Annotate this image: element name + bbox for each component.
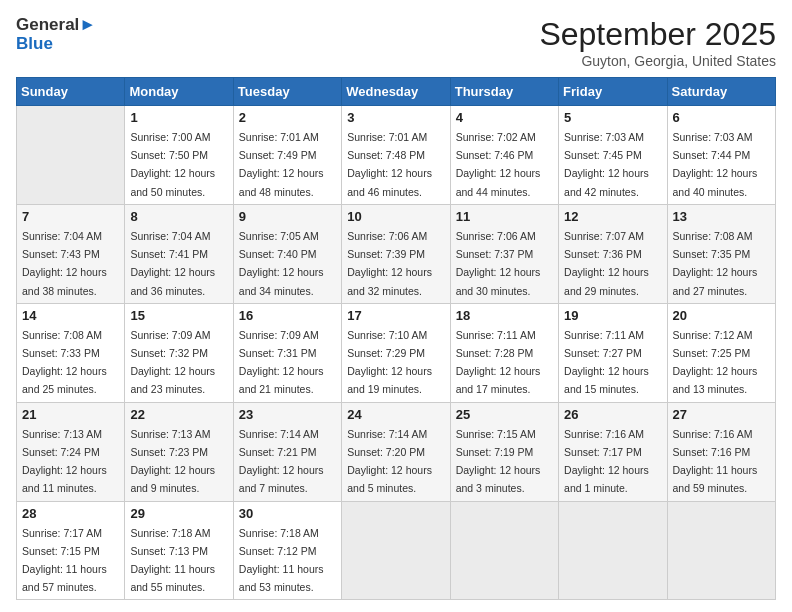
day-number: 2 [239, 110, 336, 125]
logo-general: General► [16, 16, 96, 35]
day-info: Sunrise: 7:16 AM Sunset: 7:17 PM Dayligh… [564, 428, 649, 495]
day-number: 7 [22, 209, 119, 224]
day-info: Sunrise: 7:06 AM Sunset: 7:39 PM Dayligh… [347, 230, 432, 297]
calendar-cell: 19 Sunrise: 7:11 AM Sunset: 7:27 PM Dayl… [559, 303, 667, 402]
calendar-header-sunday: Sunday [17, 78, 125, 106]
day-info: Sunrise: 7:00 AM Sunset: 7:50 PM Dayligh… [130, 131, 215, 198]
calendar-cell [559, 501, 667, 600]
logo-blue: Blue [16, 35, 96, 54]
calendar-cell: 15 Sunrise: 7:09 AM Sunset: 7:32 PM Dayl… [125, 303, 233, 402]
calendar-cell [450, 501, 558, 600]
calendar-cell: 2 Sunrise: 7:01 AM Sunset: 7:49 PM Dayli… [233, 106, 341, 205]
day-info: Sunrise: 7:06 AM Sunset: 7:37 PM Dayligh… [456, 230, 541, 297]
calendar-cell: 23 Sunrise: 7:14 AM Sunset: 7:21 PM Dayl… [233, 402, 341, 501]
calendar-table: SundayMondayTuesdayWednesdayThursdayFrid… [16, 77, 776, 600]
calendar-cell: 13 Sunrise: 7:08 AM Sunset: 7:35 PM Dayl… [667, 204, 775, 303]
day-number: 25 [456, 407, 553, 422]
calendar-week-4: 21 Sunrise: 7:13 AM Sunset: 7:24 PM Dayl… [17, 402, 776, 501]
calendar-cell: 16 Sunrise: 7:09 AM Sunset: 7:31 PM Dayl… [233, 303, 341, 402]
page-header: General► Blue September 2025 Guyton, Geo… [16, 16, 776, 69]
day-number: 13 [673, 209, 770, 224]
day-info: Sunrise: 7:09 AM Sunset: 7:32 PM Dayligh… [130, 329, 215, 396]
day-number: 10 [347, 209, 444, 224]
day-info: Sunrise: 7:18 AM Sunset: 7:13 PM Dayligh… [130, 527, 215, 594]
day-number: 23 [239, 407, 336, 422]
logo: General► Blue [16, 16, 96, 53]
calendar-cell: 6 Sunrise: 7:03 AM Sunset: 7:44 PM Dayli… [667, 106, 775, 205]
calendar-cell: 25 Sunrise: 7:15 AM Sunset: 7:19 PM Dayl… [450, 402, 558, 501]
day-number: 9 [239, 209, 336, 224]
calendar-header-thursday: Thursday [450, 78, 558, 106]
calendar-cell [342, 501, 450, 600]
day-info: Sunrise: 7:16 AM Sunset: 7:16 PM Dayligh… [673, 428, 758, 495]
calendar-cell: 20 Sunrise: 7:12 AM Sunset: 7:25 PM Dayl… [667, 303, 775, 402]
calendar-cell: 30 Sunrise: 7:18 AM Sunset: 7:12 PM Dayl… [233, 501, 341, 600]
calendar-cell [667, 501, 775, 600]
day-number: 8 [130, 209, 227, 224]
day-number: 19 [564, 308, 661, 323]
day-number: 1 [130, 110, 227, 125]
day-number: 20 [673, 308, 770, 323]
calendar-cell: 29 Sunrise: 7:18 AM Sunset: 7:13 PM Dayl… [125, 501, 233, 600]
month-title: September 2025 [539, 16, 776, 53]
day-info: Sunrise: 7:12 AM Sunset: 7:25 PM Dayligh… [673, 329, 758, 396]
day-number: 24 [347, 407, 444, 422]
day-info: Sunrise: 7:08 AM Sunset: 7:35 PM Dayligh… [673, 230, 758, 297]
day-number: 5 [564, 110, 661, 125]
day-info: Sunrise: 7:09 AM Sunset: 7:31 PM Dayligh… [239, 329, 324, 396]
day-info: Sunrise: 7:07 AM Sunset: 7:36 PM Dayligh… [564, 230, 649, 297]
calendar-cell: 12 Sunrise: 7:07 AM Sunset: 7:36 PM Dayl… [559, 204, 667, 303]
day-info: Sunrise: 7:01 AM Sunset: 7:48 PM Dayligh… [347, 131, 432, 198]
calendar-cell: 8 Sunrise: 7:04 AM Sunset: 7:41 PM Dayli… [125, 204, 233, 303]
calendar-cell: 18 Sunrise: 7:11 AM Sunset: 7:28 PM Dayl… [450, 303, 558, 402]
day-info: Sunrise: 7:18 AM Sunset: 7:12 PM Dayligh… [239, 527, 324, 594]
day-info: Sunrise: 7:14 AM Sunset: 7:21 PM Dayligh… [239, 428, 324, 495]
calendar-header-monday: Monday [125, 78, 233, 106]
day-info: Sunrise: 7:02 AM Sunset: 7:46 PM Dayligh… [456, 131, 541, 198]
location-subtitle: Guyton, Georgia, United States [539, 53, 776, 69]
day-info: Sunrise: 7:03 AM Sunset: 7:44 PM Dayligh… [673, 131, 758, 198]
day-number: 3 [347, 110, 444, 125]
day-info: Sunrise: 7:14 AM Sunset: 7:20 PM Dayligh… [347, 428, 432, 495]
day-info: Sunrise: 7:04 AM Sunset: 7:41 PM Dayligh… [130, 230, 215, 297]
day-number: 11 [456, 209, 553, 224]
calendar-cell: 21 Sunrise: 7:13 AM Sunset: 7:24 PM Dayl… [17, 402, 125, 501]
day-number: 18 [456, 308, 553, 323]
day-number: 28 [22, 506, 119, 521]
calendar-cell: 1 Sunrise: 7:00 AM Sunset: 7:50 PM Dayli… [125, 106, 233, 205]
calendar-header-row: SundayMondayTuesdayWednesdayThursdayFrid… [17, 78, 776, 106]
day-number: 26 [564, 407, 661, 422]
day-number: 14 [22, 308, 119, 323]
calendar-cell [17, 106, 125, 205]
day-number: 4 [456, 110, 553, 125]
calendar-cell: 14 Sunrise: 7:08 AM Sunset: 7:33 PM Dayl… [17, 303, 125, 402]
day-number: 15 [130, 308, 227, 323]
day-info: Sunrise: 7:03 AM Sunset: 7:45 PM Dayligh… [564, 131, 649, 198]
calendar-cell: 27 Sunrise: 7:16 AM Sunset: 7:16 PM Dayl… [667, 402, 775, 501]
calendar-header-wednesday: Wednesday [342, 78, 450, 106]
calendar-cell: 17 Sunrise: 7:10 AM Sunset: 7:29 PM Dayl… [342, 303, 450, 402]
day-number: 17 [347, 308, 444, 323]
calendar-cell: 3 Sunrise: 7:01 AM Sunset: 7:48 PM Dayli… [342, 106, 450, 205]
day-number: 29 [130, 506, 227, 521]
calendar-cell: 26 Sunrise: 7:16 AM Sunset: 7:17 PM Dayl… [559, 402, 667, 501]
calendar-header-friday: Friday [559, 78, 667, 106]
calendar-cell: 10 Sunrise: 7:06 AM Sunset: 7:39 PM Dayl… [342, 204, 450, 303]
day-info: Sunrise: 7:13 AM Sunset: 7:23 PM Dayligh… [130, 428, 215, 495]
calendar-week-3: 14 Sunrise: 7:08 AM Sunset: 7:33 PM Dayl… [17, 303, 776, 402]
day-info: Sunrise: 7:04 AM Sunset: 7:43 PM Dayligh… [22, 230, 107, 297]
calendar-cell: 28 Sunrise: 7:17 AM Sunset: 7:15 PM Dayl… [17, 501, 125, 600]
calendar-header-saturday: Saturday [667, 78, 775, 106]
calendar-week-2: 7 Sunrise: 7:04 AM Sunset: 7:43 PM Dayli… [17, 204, 776, 303]
day-info: Sunrise: 7:05 AM Sunset: 7:40 PM Dayligh… [239, 230, 324, 297]
day-number: 22 [130, 407, 227, 422]
day-info: Sunrise: 7:11 AM Sunset: 7:28 PM Dayligh… [456, 329, 541, 396]
day-info: Sunrise: 7:08 AM Sunset: 7:33 PM Dayligh… [22, 329, 107, 396]
day-info: Sunrise: 7:13 AM Sunset: 7:24 PM Dayligh… [22, 428, 107, 495]
day-info: Sunrise: 7:11 AM Sunset: 7:27 PM Dayligh… [564, 329, 649, 396]
calendar-cell: 9 Sunrise: 7:05 AM Sunset: 7:40 PM Dayli… [233, 204, 341, 303]
calendar-header-tuesday: Tuesday [233, 78, 341, 106]
calendar-cell: 5 Sunrise: 7:03 AM Sunset: 7:45 PM Dayli… [559, 106, 667, 205]
day-number: 21 [22, 407, 119, 422]
calendar-cell: 4 Sunrise: 7:02 AM Sunset: 7:46 PM Dayli… [450, 106, 558, 205]
